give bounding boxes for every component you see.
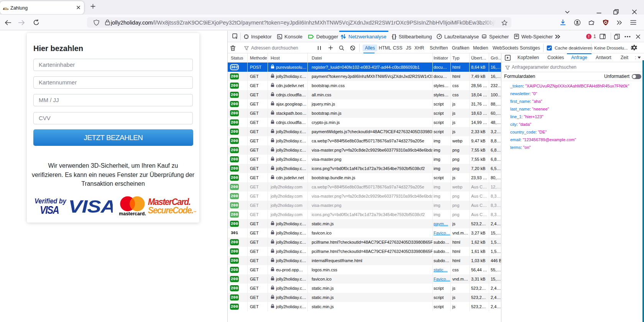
svg-text:mastercard.: mastercard. bbox=[119, 211, 146, 216]
svg-text:VISA: VISA bbox=[68, 198, 113, 215]
